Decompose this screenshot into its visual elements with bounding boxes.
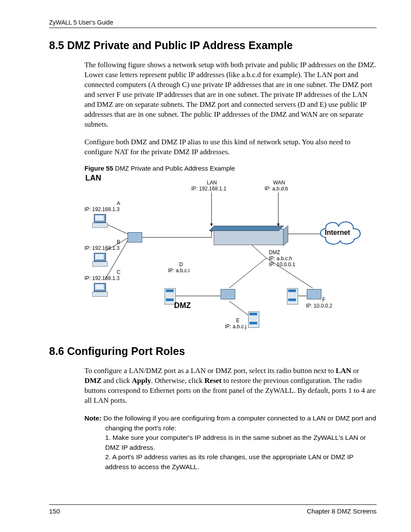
internet-label: Internet: [325, 229, 350, 236]
svg-line-12: [229, 301, 249, 316]
host-b-name: B: [117, 239, 120, 245]
diagram-dmz-label: DMZ: [174, 301, 191, 310]
note-label: Note:: [84, 414, 103, 422]
figure-55-diagram: LAN A IP: 192.168.1.3 B IP: 192.168.1.3 …: [84, 174, 360, 332]
switch-icon: [128, 232, 142, 243]
port-lan-ip: IP: 192.168.1.1: [191, 186, 226, 192]
pc-icon: [92, 214, 107, 228]
host-f-ip: IP: 10.0.0.2: [306, 303, 332, 309]
host-e-name: E: [236, 317, 240, 324]
host-d-name: D: [179, 261, 183, 268]
note-line-3: 2. A port's IP address varies as its rol…: [105, 453, 353, 470]
pc-icon: [92, 283, 107, 297]
host-c-ip: IP: 192.168.1.3: [84, 275, 119, 281]
port-wan-ip: IP: a.b.d.b: [265, 186, 288, 192]
port-dmz-name: DMZ: [269, 249, 280, 255]
port-dmz-ip-pub: IP: a.b.c.h: [269, 255, 292, 261]
page-number: 150: [49, 507, 60, 515]
router-icon: [214, 229, 283, 245]
figure-55-caption-text: DMZ Private and Public Address Example: [113, 165, 235, 172]
port-wan-name: WAN: [273, 180, 285, 186]
switch-icon: [307, 289, 321, 299]
running-header: ZyWALL 5 User's Guide: [49, 19, 377, 26]
port-lan-name: LAN: [207, 180, 217, 186]
server-icon: [248, 311, 258, 327]
sec86-p1: To configure a LAN/DMZ port as a LAN or …: [84, 366, 377, 406]
diagram-lan-label: LAN: [85, 174, 101, 183]
host-b-ip: IP: 192.168.1.3: [84, 245, 119, 251]
host-d-ip: IP: a.b.c.i: [168, 268, 190, 274]
server-icon: [287, 288, 297, 304]
figure-55-caption: Figure 55 DMZ Private and Public Address…: [84, 165, 377, 172]
svg-line-9: [229, 258, 266, 288]
svg-line-0: [105, 224, 128, 234]
switch-icon: [221, 289, 235, 299]
server-icon: [165, 288, 175, 304]
section-8-6-title: 8.6 Configuring Port Roles: [49, 345, 377, 358]
section-8-5-title: 8.5 DMZ Private and Public IP Address Ex…: [49, 39, 377, 52]
header-rule: [49, 28, 377, 28]
footer-chapter: Chapter 8 DMZ Screens: [307, 507, 377, 515]
host-a-ip: IP: 192.168.1.3: [84, 206, 119, 212]
port-dmz-ip-priv: IP: 10.0.0.1: [269, 261, 295, 268]
host-c-name: C: [117, 269, 121, 275]
sec85-p2: Configure both DMZ and DMZ IP alias to u…: [84, 137, 377, 157]
figure-55-label: Figure 55: [84, 165, 113, 172]
host-a-name: A: [117, 200, 120, 206]
note-line-2: 1. Make sure your computer's IP address …: [105, 434, 366, 451]
host-e-ip: IP: a.b.c.j: [225, 324, 246, 330]
sec85-p1: The following figure shows a network set…: [84, 60, 377, 130]
page-footer: 150 Chapter 8 DMZ Screens: [49, 504, 377, 515]
host-f-name: F: [322, 297, 325, 303]
note-line-1: Do the following if you are configuring …: [103, 414, 376, 431]
pc-icon: [92, 253, 107, 267]
sec86-note: Note: Do the following if you are config…: [84, 414, 377, 472]
